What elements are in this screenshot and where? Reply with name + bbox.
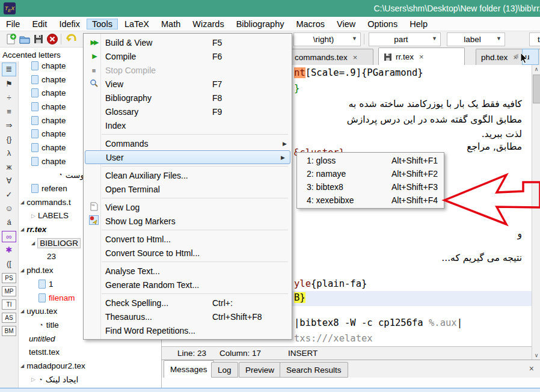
menu-options[interactable]: Options	[362, 19, 403, 29]
tab-close-icon[interactable]: ×	[353, 53, 358, 62]
tab-rr-tex[interactable]: rr.tex ×	[378, 47, 465, 66]
metapost-icon[interactable]: MP	[2, 286, 16, 296]
menu-view[interactable]: View	[331, 19, 361, 29]
menu-item-thesaurus[interactable]: Thesaurus...Ctrl+Shift+F8	[84, 310, 292, 323]
tree-item-madadpour2-tex[interactable]: ◢madadpour2.tex	[19, 359, 161, 373]
menu-macros[interactable]: Macros	[290, 19, 330, 29]
tree-item-create-link[interactable]: ▷◔ایجاد لینک	[19, 373, 161, 387]
expanded-icon[interactable]: ◢	[20, 363, 24, 369]
expanded-icon[interactable]: ◢	[20, 268, 24, 273]
delimiters-icon[interactable]: {}	[2, 133, 16, 145]
relations-icon[interactable]: ≡	[2, 105, 16, 118]
greek-icon[interactable]: λ	[2, 147, 16, 159]
menu-item-compile[interactable]: ▶CompileF6	[84, 49, 292, 63]
smiley-icon[interactable]: ☺	[2, 202, 16, 215]
cyrillic-icon[interactable]: ж	[2, 161, 16, 173]
menu-idefix[interactable]: Idefix	[54, 19, 85, 29]
infinity-icon[interactable]: ∞	[2, 231, 16, 242]
texstudio-window: TEX C:\Users\shm\Desktop\New folder (13)…	[0, 0, 540, 392]
tab-commands-tex[interactable]: commands.tex ×	[289, 49, 373, 65]
menu-help[interactable]: Help	[404, 19, 433, 29]
menu-separator	[102, 134, 288, 135]
menu-item-show-log-markers[interactable]: Show Log Markers	[84, 214, 292, 228]
menu-item-view-log[interactable]: logView Log	[84, 200, 292, 214]
stop-icon: ■	[87, 67, 100, 74]
tab-close-icon[interactable]: ×	[419, 52, 424, 61]
menu-item-view[interactable]: ViewF7	[84, 77, 292, 91]
bookmarks-panel-icon[interactable]: ⚑	[2, 78, 16, 90]
expanded-icon[interactable]: ◢	[20, 227, 24, 232]
new-document-icon[interactable]	[5, 33, 17, 45]
pstricks-icon[interactable]: PS	[2, 273, 16, 283]
file-icon	[31, 88, 38, 97]
menu-tools[interactable]: Tools	[87, 19, 118, 29]
tree-label: 1	[49, 280, 54, 289]
submenu-item-gloss[interactable]: 1: glossAlt+Shift+F1	[297, 154, 444, 167]
menu-item-find-word-repetitions[interactable]: Find Word Repetitions...	[84, 323, 292, 337]
tab-scroll-left-icon[interactable]: ◀	[514, 52, 518, 59]
panel-close-icon[interactable]: ×	[529, 364, 534, 373]
save-icon[interactable]	[32, 33, 44, 45]
asymptote-icon[interactable]: AS	[2, 313, 16, 323]
menu-item-commands[interactable]: Commands▶	[84, 136, 292, 150]
tab-log[interactable]: Log	[211, 362, 238, 378]
tab-search-results[interactable]: Search Results	[280, 362, 348, 378]
sectioning-combo[interactable]: part ▼	[369, 32, 441, 46]
math-delimiter-combo[interactable]: \right) ▼	[293, 32, 361, 46]
menu-latex[interactable]: LaTeX	[119, 19, 155, 29]
collapsed-icon[interactable]: ▷	[31, 376, 35, 382]
tab-messages[interactable]: Messages	[164, 360, 214, 378]
asterisk-icon[interactable]: ✱	[2, 243, 16, 256]
beamer-icon[interactable]: BM	[2, 326, 16, 336]
expanded-icon[interactable]: ◢	[20, 200, 24, 205]
menu-item-stop-compile: ■Stop Compile	[84, 63, 292, 77]
menu-bibliography[interactable]: Bibliography	[231, 19, 290, 29]
submenu-item-namaye[interactable]: 2: namayeAlt+Shift+F2	[297, 167, 444, 180]
tab-preview[interactable]: Preview	[239, 362, 281, 378]
math-operators-icon[interactable]: ÷	[2, 91, 16, 104]
undo-icon[interactable]	[65, 33, 77, 45]
menu-item-clean-auxiliary-files[interactable]: Clean Auxiliary Files...	[84, 168, 292, 182]
collapsed-icon[interactable]: ▷	[31, 213, 35, 219]
tikz-icon[interactable]: TI	[2, 299, 16, 310]
menu-item-convert-to-html[interactable]: Convert to Html...	[84, 232, 292, 246]
menu-item-build-view[interactable]: ▶▶Build & ViewF5	[84, 35, 292, 49]
scrollbar-thumb[interactable]	[533, 75, 540, 103]
menu-edit[interactable]: Edit	[26, 19, 52, 29]
scroll-down-icon[interactable]: ∨	[533, 352, 540, 358]
accented-letters-icon[interactable]: á	[2, 216, 16, 228]
menu-item-user[interactable]: User▶	[85, 150, 290, 164]
open-file-icon[interactable]	[19, 33, 31, 45]
submenu-item-bibtex8[interactable]: 3: bibtex8Alt+Shift+F3	[297, 180, 444, 194]
check-icon[interactable]: ✓	[2, 188, 16, 201]
tree-label: chapte	[41, 75, 66, 84]
logic-icon[interactable]: ∀	[2, 174, 16, 187]
menu-item-check-spelling[interactable]: Check Spelling...Ctrl+:	[84, 296, 292, 310]
expanded-icon[interactable]: ◢	[31, 240, 35, 246]
menu-item-generate-random-text[interactable]: Generate Random Text...	[84, 278, 292, 292]
brackets-icon[interactable]: ([	[2, 257, 16, 270]
menu-item-open-terminal[interactable]: Open Terminal	[84, 182, 292, 196]
cut-off-combo[interactable]: t	[529, 32, 540, 46]
tree-item-tetstt-tex[interactable]: tetstt.tex	[19, 345, 161, 359]
menu-item-bibliography[interactable]: BibliographyF8	[84, 91, 292, 105]
reference-combo[interactable]: label ▼	[447, 32, 505, 46]
submenu-arrow-icon: ▶	[281, 155, 285, 161]
structure-panel-icon[interactable]: ≣	[2, 63, 16, 76]
menu-item-analyse-text[interactable]: Analyse Text...	[84, 264, 292, 278]
menu-item-index[interactable]: Index	[84, 118, 292, 132]
editor-scrollbar[interactable]: ∧ ∨	[532, 65, 540, 360]
scroll-up-icon[interactable]: ∧	[533, 66, 540, 72]
submenu-item-xexebibxe[interactable]: 4: xexebibxeAlt+Shift+F4	[297, 194, 444, 207]
menu-item-glossary[interactable]: GlossaryF9	[84, 105, 292, 118]
close-icon[interactable]	[46, 33, 58, 45]
menu-item-convert-source-to-html[interactable]: Convert Source to Html...	[84, 246, 292, 260]
expanded-icon[interactable]: ◢	[20, 308, 24, 314]
persian-line-1: کافیه فقط یک بار با یوزرکامند ساخته شده …	[349, 99, 522, 109]
menu-wizards[interactable]: Wizards	[187, 19, 229, 29]
tab-overflow-fragment[interactable]: u	[522, 49, 539, 65]
code-line-bibliography: B}	[294, 292, 305, 303]
arrows-icon[interactable]: ⇒	[2, 119, 16, 132]
menu-math[interactable]: Math	[156, 19, 186, 29]
menu-file[interactable]: File	[1, 19, 25, 29]
